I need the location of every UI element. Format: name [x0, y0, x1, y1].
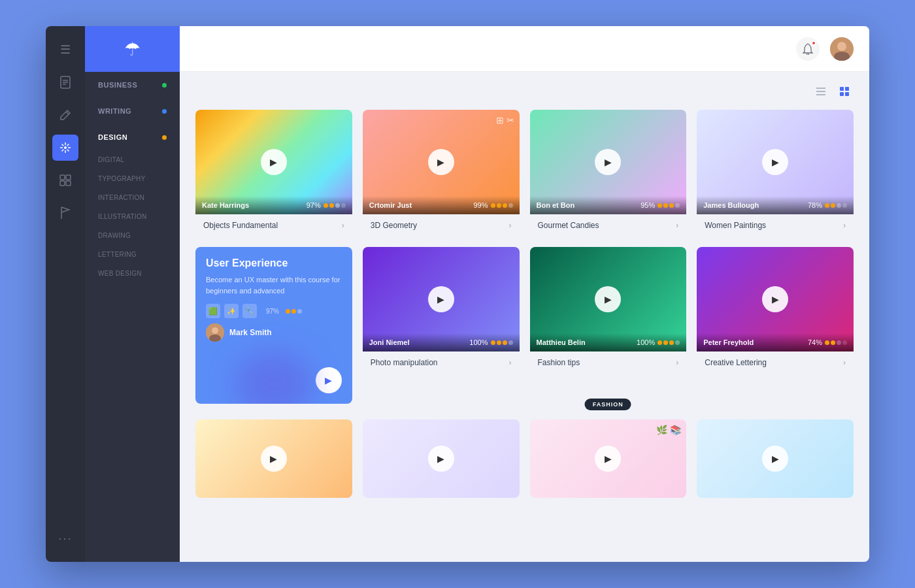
notifications-button[interactable]: [796, 37, 820, 61]
top-bar: [180, 26, 869, 72]
dot: [291, 309, 296, 314]
ux-bg-shape: [235, 351, 313, 404]
overlay-icons-11: 🌿 📚: [656, 425, 681, 435]
card-overlay-4: James Bullough 78%: [697, 196, 854, 214]
dot: [508, 203, 513, 208]
nav-panel: ☂ BUSINESS WRITING DESIGN DIGITAL TYPOGR…: [85, 26, 180, 562]
play-button-7[interactable]: ▶: [595, 286, 621, 312]
svg-line-13: [62, 150, 64, 152]
ux-play-button[interactable]: ▶: [316, 367, 342, 393]
play-button-12[interactable]: ▶: [762, 446, 788, 472]
card-thumb-12: ▶: [697, 419, 854, 498]
nav-item-webdesign[interactable]: WEB DESIGN: [85, 264, 180, 283]
play-button-11[interactable]: ▶: [595, 446, 621, 472]
card-arrow-2[interactable]: ›: [509, 221, 512, 230]
play-button-6[interactable]: ▶: [428, 286, 454, 312]
play-button-8[interactable]: ▶: [762, 286, 788, 312]
dot: [663, 203, 668, 208]
card-overlay-8: Peter Freyhold 74%: [697, 333, 854, 351]
card-thumb-4: ▶ James Bullough 78%: [697, 110, 854, 214]
nav-item-business[interactable]: BUSINESS: [85, 72, 180, 98]
nav-item-writing[interactable]: WRITING: [85, 98, 180, 124]
play-button-9[interactable]: ▶: [261, 446, 287, 472]
menu-icon[interactable]: ☰: [52, 37, 78, 63]
svg-line-10: [62, 144, 64, 146]
dot: [663, 340, 668, 345]
ux-card-icons: 🟩 ✨ 🔧 97%: [206, 304, 342, 318]
dot: [329, 203, 334, 208]
card-arrow-3[interactable]: ›: [676, 221, 678, 230]
nav-dot-writing: [162, 109, 167, 114]
ux-rating-percent: 97%: [266, 308, 279, 315]
dot: [286, 309, 290, 314]
card-footer-2: 3D Geometry ›: [363, 214, 520, 237]
svg-rect-17: [66, 181, 71, 186]
card-arrow-8[interactable]: ›: [843, 358, 846, 367]
ux-card-title: User Experience: [206, 257, 342, 269]
ux-author-avatar: [206, 323, 224, 342]
dot: [324, 203, 328, 208]
fashion-badge: FASHION: [585, 399, 631, 410]
dot: [831, 203, 835, 208]
rating-7: 100%: [637, 338, 680, 346]
card-arrow-7[interactable]: ›: [676, 358, 678, 367]
nav-item-digital[interactable]: DIGITAL: [85, 150, 180, 169]
dot: [675, 340, 680, 345]
dot: [503, 203, 507, 208]
play-button-10[interactable]: ▶: [428, 446, 454, 472]
tools-icon[interactable]: [52, 135, 78, 161]
svg-rect-16: [60, 181, 65, 186]
rating-8: 74%: [808, 338, 847, 346]
card-overlay-1: Kate Harrings 97%: [195, 196, 352, 214]
grid-view-button[interactable]: [835, 82, 854, 101]
grid-icon[interactable]: [52, 167, 78, 193]
cards-row-3: ▶ ▶ 🌿 📚: [195, 419, 854, 498]
card-arrow-6[interactable]: ›: [509, 358, 512, 367]
svg-rect-29: [845, 92, 849, 96]
play-button-4[interactable]: ▶: [762, 149, 788, 175]
play-button-2[interactable]: ▶: [428, 149, 454, 175]
nav-item-typography[interactable]: TYPOGRAPHY: [85, 169, 180, 188]
list-view-button[interactable]: [812, 82, 830, 101]
card-arrow-1[interactable]: ›: [342, 221, 344, 230]
nav-item-design[interactable]: DESIGN: [85, 124, 180, 150]
card-crtomir-just: ⊞ ✂ ▶ Crtomir Just 99%: [363, 110, 520, 237]
dot: [837, 340, 841, 345]
nav-item-illustration[interactable]: ILLUSTRATION: [85, 207, 180, 226]
author-6: Joni Niemel: [369, 338, 410, 346]
ux-card-description: Become an UX master with this course for…: [206, 274, 342, 296]
cards-row-2: User Experience Become an UX master with…: [195, 247, 854, 404]
nav-item-drawing[interactable]: DRAWING: [85, 226, 180, 245]
dot: [831, 340, 835, 345]
svg-rect-14: [60, 175, 65, 180]
rating-4: 78%: [808, 201, 847, 209]
notification-dot: [811, 41, 816, 46]
dot: [669, 203, 674, 208]
card-joni-niemel: ▶ Joni Niemel 100%: [363, 247, 520, 404]
card-row3-2: ▶: [363, 419, 520, 498]
ux-author-name: Mark Smith: [229, 328, 272, 337]
nav-dot-design: [162, 135, 167, 140]
card-arrow-4[interactable]: ›: [843, 221, 846, 230]
card-thumb-6: ▶ Joni Niemel 100%: [363, 247, 520, 351]
flag-icon[interactable]: [52, 200, 78, 226]
card-footer-8: Creative Lettering ›: [697, 351, 854, 374]
dot: [491, 340, 495, 345]
svg-point-19: [807, 53, 809, 55]
card-thumb-8: ▶ Peter Freyhold 74%: [697, 247, 854, 351]
more-icon[interactable]: ···: [52, 525, 78, 551]
nav-item-interaction[interactable]: INTERACTION: [85, 188, 180, 207]
ux-icon-tool: 🔧: [242, 304, 257, 318]
card-thumb-1: ▶ Kate Harrings 97%: [195, 110, 352, 214]
edit-icon[interactable]: [52, 102, 78, 128]
card-title-6: Photo manipulation: [371, 358, 438, 367]
user-avatar[interactable]: [830, 37, 854, 61]
play-button-3[interactable]: ▶: [595, 149, 621, 175]
play-button-1[interactable]: ▶: [261, 149, 287, 175]
svg-line-12: [67, 144, 69, 146]
document-icon[interactable]: [52, 69, 78, 95]
book-icon: 📚: [670, 425, 681, 435]
overlay-icons-2: ⊞ ✂: [496, 115, 514, 125]
card-title-1: Objects Fundamental: [203, 221, 278, 230]
nav-item-lettering[interactable]: LETTERING: [85, 245, 180, 264]
